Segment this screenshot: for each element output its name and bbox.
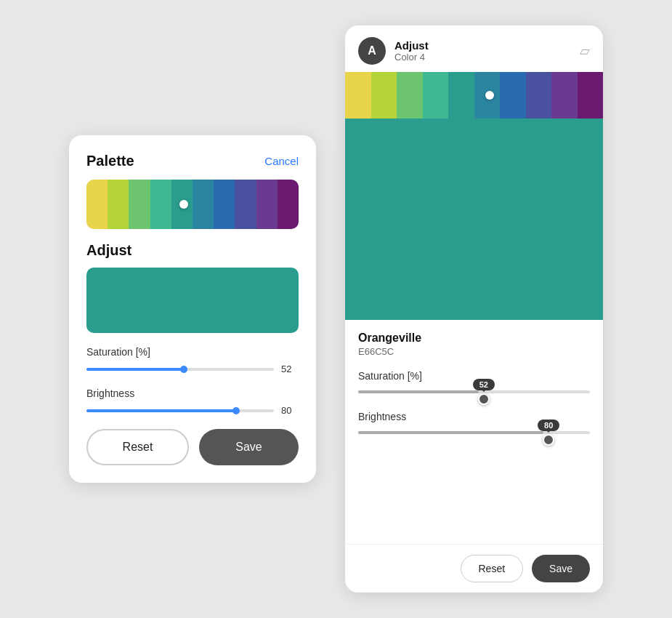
- saturation-track[interactable]: [86, 368, 274, 371]
- palette-dot: [179, 200, 188, 209]
- right-brightness-thumb-wrap: 80: [538, 420, 559, 446]
- right-header-text: Adjust Color 4: [394, 39, 571, 63]
- right-color-preview: [345, 119, 603, 320]
- button-row: Reset Save: [86, 429, 299, 465]
- saturation-slider-row: 52: [86, 364, 299, 374]
- right-card: A Adjust Color 4 ▱ Orangeville E66C5C Sa…: [345, 25, 603, 593]
- palette-bar[interactable]: [86, 180, 299, 229]
- palette-title: Palette: [86, 153, 134, 169]
- right-header-title: Adjust: [394, 39, 571, 52]
- left-card: Palette Cancel Adjust Saturation [%] 52 …: [69, 135, 316, 483]
- right-saturation-thumb-wrap: 52: [473, 379, 495, 405]
- saturation-fill: [86, 368, 184, 371]
- brightness-value: 80: [281, 405, 299, 416]
- right-saturation-row: 52: [358, 390, 590, 393]
- right-brightness-track[interactable]: 80: [358, 431, 590, 434]
- right-button-row: Reset Save: [345, 544, 603, 593]
- color-hex: E66C5C: [358, 346, 590, 357]
- brightness-fill: [86, 409, 236, 412]
- saturation-value: 52: [281, 364, 299, 374]
- right-saturation-fill: [358, 390, 479, 393]
- right-brightness-row: 80: [358, 431, 590, 434]
- right-brightness-bubble: 80: [538, 420, 559, 431]
- right-body: Orangeville E66C5C Saturation [%] 52 Bri…: [345, 320, 603, 545]
- right-palette-dot: [485, 91, 494, 100]
- left-card-header: Palette Cancel: [86, 153, 299, 169]
- saturation-label: Saturation [%]: [86, 346, 299, 358]
- right-saturation-track[interactable]: 52: [358, 390, 590, 393]
- color-name: Orangeville: [358, 332, 590, 345]
- right-brightness-dot[interactable]: [543, 434, 554, 446]
- right-header-subtitle: Color 4: [394, 52, 571, 63]
- right-saturation-dot[interactable]: [478, 393, 490, 405]
- cancel-button[interactable]: Cancel: [264, 155, 299, 167]
- right-reset-button[interactable]: Reset: [461, 555, 524, 582]
- saturation-thumb[interactable]: [180, 366, 187, 373]
- right-brightness-fill: [358, 431, 543, 434]
- brightness-label: Brightness: [86, 388, 299, 399]
- gear-icon[interactable]: ▱: [580, 43, 590, 59]
- brightness-track[interactable]: [86, 409, 274, 412]
- right-palette-bar[interactable]: [345, 72, 603, 119]
- color-preview: [86, 268, 299, 333]
- save-button[interactable]: Save: [199, 429, 299, 465]
- right-save-button[interactable]: Save: [532, 555, 590, 582]
- adjust-title: Adjust: [86, 242, 299, 259]
- right-header: A Adjust Color 4 ▱: [345, 25, 603, 72]
- reset-button[interactable]: Reset: [86, 429, 189, 465]
- brightness-slider-row: 80: [86, 405, 299, 416]
- avatar: A: [358, 37, 386, 65]
- brightness-thumb[interactable]: [232, 407, 240, 414]
- right-saturation-bubble: 52: [473, 379, 495, 390]
